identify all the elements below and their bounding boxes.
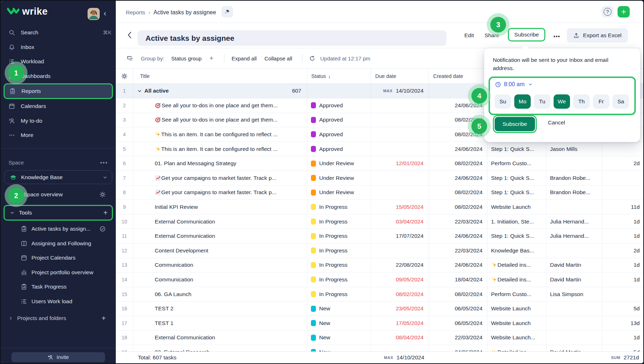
parent-cell[interactable]: Perform Custo... (487, 156, 546, 171)
due-date-cell[interactable]: 12/01/2024 (371, 156, 429, 171)
sidebar-item-tools[interactable]: Tools + (4, 205, 113, 221)
task-title-cell[interactable]: 06. GA Launch (133, 287, 307, 301)
task-title-cell[interactable]: TEST 1 (133, 316, 307, 330)
sidebar-item-search[interactable]: Search⌘K (1, 25, 116, 40)
table-row[interactable]: 9Initial KPI ReviewIn Progress15/05/2024… (116, 200, 644, 215)
task-title-cell[interactable]: This is an item. It can be configured to… (133, 142, 307, 156)
status-cell[interactable]: Approved (307, 98, 371, 113)
task-title-cell[interactable]: This is an item. It can be configured to… (133, 127, 307, 142)
table-settings-cell[interactable] (116, 69, 133, 83)
parent-cell[interactable]: Website Launch (487, 301, 546, 316)
table-row[interactable]: 12Content DevelopmentIn Progress22/03/20… (116, 244, 644, 258)
due-date-cell[interactable]: 09/05/2024 (371, 272, 429, 287)
parent-cell[interactable]: Detailed ins... (487, 272, 546, 287)
table-row[interactable]: 11External CommunicationIn Progress17/07… (116, 229, 644, 244)
help-button[interactable]: ? (602, 6, 613, 18)
space-selector-knowledge-base[interactable]: Knowledge Base (4, 170, 112, 184)
assignee-cell[interactable] (546, 316, 602, 330)
status-cell[interactable]: In Progress (307, 287, 371, 301)
parent-cell[interactable]: Step 1: Quick S... (487, 171, 546, 185)
sidebar-item-my-todo[interactable]: My to-do (1, 114, 116, 128)
day-chip-sa[interactable]: Sa (613, 94, 629, 109)
day-chip-mo[interactable]: Mo (514, 94, 531, 109)
status-cell[interactable]: New (307, 301, 371, 316)
status-cell[interactable]: In Progress (307, 258, 371, 272)
popup-cancel-button[interactable]: Cancel (548, 119, 565, 126)
sidebar-tool-item[interactable]: Project portfolio overview (1, 265, 116, 280)
expand-all-button[interactable]: Expand all (232, 55, 257, 62)
table-row[interactable]: 1506. GA LaunchIn Progress08/02/202408/0… (116, 287, 644, 302)
assignee-cell[interactable] (546, 200, 602, 214)
sidebar-item-calendars[interactable]: Calendars (1, 99, 116, 114)
table-row[interactable]: 8Get your campaigns to market faster. Tr… (116, 186, 644, 200)
space-menu-icon[interactable]: ••• (100, 159, 108, 166)
due-date-cell[interactable] (371, 142, 429, 156)
assignee-cell[interactable]: Julia Hernand... (546, 215, 602, 229)
add-group-icon[interactable]: + (209, 54, 213, 62)
parent-cell[interactable]: Detailed ins... (487, 258, 546, 272)
sidebar-tool-item[interactable]: Active tasks by assign... (1, 222, 116, 236)
parent-cell[interactable]: Website Launch (487, 200, 546, 214)
gear-icon[interactable] (99, 191, 106, 198)
due-date-cell[interactable]: 15/05/2024 (371, 200, 429, 214)
column-header-title[interactable]: Title (133, 69, 307, 83)
column-header-created-date[interactable]: Created date (429, 69, 487, 83)
day-chip-fr[interactable]: Fr (593, 94, 609, 109)
sidebar-collapse-icon[interactable]: ‹ (104, 9, 106, 19)
back-chevron-icon[interactable] (127, 31, 133, 39)
status-cell[interactable]: Under Review (307, 171, 371, 185)
share-button[interactable]: Share (485, 32, 499, 39)
assignee-cell[interactable]: Julia Hernand... (546, 229, 602, 243)
task-title-cell[interactable]: External Communication (133, 229, 307, 243)
due-date-cell[interactable]: 23/05/2024 (371, 301, 429, 316)
task-title-cell[interactable]: Content Development (133, 244, 307, 258)
wrike-logo[interactable]: wrike (7, 6, 48, 17)
assignee-cell[interactable]: Jason Mills (546, 142, 602, 156)
table-row[interactable]: 601. Plan and Messaging StrategyUnder Re… (116, 156, 644, 171)
task-title-cell[interactable]: Communication (133, 272, 307, 287)
parent-cell[interactable]: Website Launch... (487, 331, 546, 345)
table-row[interactable]: 14CommunicationIn Progress09/05/202418/0… (116, 272, 644, 287)
refresh-icon[interactable] (309, 55, 315, 62)
group-by-value[interactable]: Status group (171, 55, 202, 62)
due-date-cell[interactable]: 03/04/2024 (371, 215, 429, 229)
assignee-cell[interactable] (546, 331, 602, 345)
breadcrumb-reports[interactable]: Reports (126, 9, 145, 16)
task-title-cell[interactable]: 01. Plan and Messaging Strategy (133, 156, 307, 171)
status-cell[interactable]: In Progress (307, 229, 371, 243)
export-as-excel-button[interactable]: Export as Excel (567, 28, 628, 43)
sidebar-item-reports[interactable]: Reports (4, 83, 113, 99)
chevron-down-icon[interactable] (137, 88, 142, 94)
create-new-button[interactable]: + (618, 6, 630, 18)
status-cell[interactable]: New (307, 316, 371, 330)
table-row[interactable]: 7Get your campaigns to market faster. Tr… (116, 171, 644, 186)
due-date-cell[interactable]: 17/05/2024 (371, 316, 429, 330)
status-cell[interactable]: In Progress (307, 215, 371, 229)
popup-subscribe-button[interactable]: Subscribe (495, 117, 535, 131)
assignee-cell[interactable] (546, 301, 602, 316)
assignee-cell[interactable]: David Martin (546, 272, 602, 287)
add-tool-icon[interactable]: + (103, 209, 108, 217)
assignee-cell[interactable] (546, 156, 602, 171)
status-cell[interactable]: In Progress (307, 272, 371, 287)
parent-cell[interactable]: Step 1: Quick S... (487, 186, 546, 200)
pin-button[interactable] (222, 6, 233, 18)
task-title-cell[interactable]: See all your to-dos in one place and get… (133, 113, 307, 127)
task-title-cell[interactable]: External Communication (133, 215, 307, 229)
status-cell[interactable]: In Progress (307, 244, 371, 258)
table-row[interactable]: 5This is an item. It can be configured t… (116, 142, 644, 157)
due-date-cell[interactable]: 22/08/2024 (371, 258, 429, 272)
edit-button[interactable]: Edit (464, 32, 474, 39)
task-title-cell[interactable]: TEST 2 (133, 301, 307, 316)
avatar[interactable] (88, 8, 100, 20)
due-date-cell[interactable]: 08/02/2024 (371, 287, 429, 301)
due-date-cell[interactable] (371, 186, 429, 200)
parent-cell[interactable]: Knowledge Bas... (487, 244, 546, 258)
task-title-cell[interactable]: Get your campaigns to market faster. Tra… (133, 171, 307, 185)
due-date-cell[interactable]: 08/04/2024 (371, 331, 429, 345)
assignee-cell[interactable]: Brandon Robe... (546, 186, 602, 200)
report-title-input[interactable]: Active tasks by assignee (138, 30, 446, 46)
invite-button[interactable]: Invite (11, 352, 105, 362)
day-chip-tu[interactable]: Tu (534, 94, 550, 109)
assignee-cell[interactable] (546, 244, 602, 258)
